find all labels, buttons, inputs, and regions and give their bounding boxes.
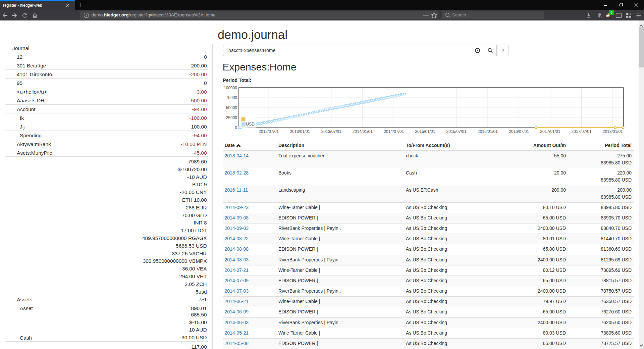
svg-text:2018/01/01: 2018/01/01	[603, 129, 623, 134]
svg-text:2016/07/01: 2016/07/01	[509, 129, 529, 134]
svg-text:2015/07/01: 2015/07/01	[446, 129, 467, 134]
svg-text:2017/07/01: 2017/07/01	[572, 129, 592, 134]
svg-text:75000: 75000	[226, 95, 237, 100]
svg-text:2012/07/01: 2012/07/01	[259, 129, 279, 134]
svg-text:25000: 25000	[226, 115, 237, 120]
svg-text:2016/01/01: 2016/01/01	[478, 129, 498, 134]
svg-text:2014/07/01: 2014/07/01	[384, 129, 404, 134]
svg-text:2015/01/01: 2015/01/01	[415, 129, 435, 134]
svg-text:50000: 50000	[226, 105, 237, 110]
svg-text:0: 0	[235, 126, 237, 130]
svg-text:100000: 100000	[224, 86, 237, 90]
svg-text:2017/01/01: 2017/01/01	[540, 129, 560, 134]
svg-text:2013/01/01: 2013/01/01	[290, 129, 310, 134]
svg-text:USD: USD	[246, 122, 255, 127]
svg-text:2013/07/01: 2013/07/01	[321, 129, 341, 134]
svg-text:2014/01/01: 2014/01/01	[353, 129, 373, 134]
